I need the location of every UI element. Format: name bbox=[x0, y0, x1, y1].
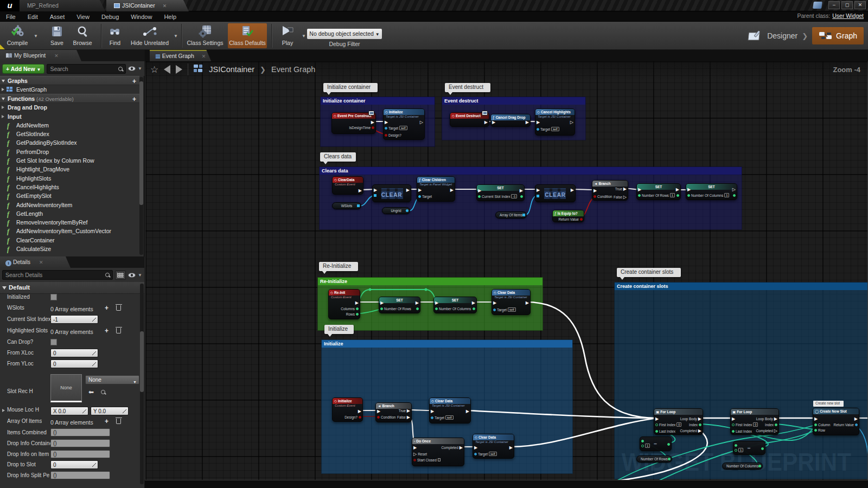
set-number-of-rows-1[interactable]: SET▶Number Of Rows1▶ bbox=[636, 183, 681, 200]
clear-data-reinit[interactable]: ◇Clear DataTarget is JSI Container▶Targe… bbox=[492, 289, 531, 315]
my-blueprint-close-icon[interactable]: ✕ bbox=[54, 53, 59, 59]
add-graph-icon[interactable]: + bbox=[132, 77, 136, 86]
struct-input[interactable]: () bbox=[50, 471, 110, 479]
event-pre-construct[interactable]: ◇Event Pre Construct▶IsDesignTime bbox=[331, 112, 376, 134]
function-highlightslots[interactable]: fHighlightSlots bbox=[0, 174, 139, 183]
clear-array-1[interactable]: CLEAR▶▶ bbox=[372, 184, 411, 202]
event-destruct-node[interactable]: ◇Event Destruct▶ bbox=[450, 112, 489, 127]
is-equip-to[interactable]: ƒIs Equip to?Return Value bbox=[552, 210, 584, 222]
details-search-input[interactable]: Search Details bbox=[2, 270, 113, 280]
graph-button[interactable]: Graph bbox=[812, 27, 864, 44]
branch-2[interactable]: ◄Branch▶ConditionTrue▶False▶ bbox=[375, 402, 412, 422]
initialize-node[interactable]: ◇InitializeTarget is JSI Container▶Targe… bbox=[383, 108, 425, 140]
menu-help[interactable]: Help bbox=[158, 12, 182, 22]
number-input[interactable]: 0 bbox=[50, 359, 98, 368]
ungrid-pill[interactable]: Ungrid bbox=[382, 207, 410, 214]
function-addnewinventoryitem-customvector[interactable]: fAddNewInventoryItem_CustomVector bbox=[0, 227, 139, 235]
maximize-button[interactable]: ◻ bbox=[841, 1, 853, 9]
create-new-slot[interactable]: ◯Create New Slot▶ColumnRow▶Return Value bbox=[813, 408, 859, 435]
add-function-icon[interactable]: + bbox=[132, 95, 136, 104]
x-input[interactable]: X 0.0 bbox=[50, 407, 88, 415]
number-input[interactable]: 0 bbox=[50, 460, 98, 469]
category-input[interactable]: Input bbox=[0, 112, 139, 121]
asset-dropdown[interactable]: None▼ bbox=[85, 375, 139, 384]
subtract-2[interactable]: −1 bbox=[733, 441, 765, 455]
set-current-slot-index[interactable]: SET▶Current Slot Index-1▶ bbox=[476, 184, 525, 201]
add-new-button[interactable]: + Add New ▼ bbox=[2, 64, 44, 74]
category-drag-and-drop[interactable]: Drag and Drop bbox=[0, 103, 139, 112]
details-scrollbar[interactable] bbox=[140, 331, 144, 392]
set-number-of-columns-1[interactable]: SET▶Number Of Columns1▷ bbox=[686, 183, 737, 200]
trash-icon[interactable] bbox=[116, 328, 121, 333]
menu-file[interactable]: File bbox=[0, 12, 22, 22]
function-calculatesize[interactable]: fCalculateSize bbox=[0, 245, 139, 253]
cancel-highlights[interactable]: ◇Cancel HighlightsTarget is JSI Containe… bbox=[535, 108, 575, 136]
eye-dropdown-icon[interactable]: ▼ bbox=[138, 66, 142, 71]
add-element-icon[interactable]: + bbox=[105, 326, 108, 335]
functions-section-header[interactable]: Functions (42 Overridable)+ bbox=[0, 94, 139, 103]
default-section-header[interactable]: Default bbox=[0, 282, 144, 294]
hide-unrelated-dropdown-icon[interactable]: ▼ bbox=[174, 34, 178, 38]
menu-debug[interactable]: Debug bbox=[95, 12, 125, 22]
find-button[interactable]: Find bbox=[104, 23, 126, 48]
save-button[interactable]: Save bbox=[47, 23, 67, 48]
compile-dropdown-icon[interactable]: ▼ bbox=[34, 34, 38, 38]
browse-button[interactable]: Browse bbox=[69, 23, 95, 48]
play-button[interactable]: Play bbox=[276, 23, 299, 48]
array-of-items-pill[interactable]: Array Of Items bbox=[495, 211, 527, 219]
set-number-of-columns-2[interactable]: SET▶Number Of Columns▶ bbox=[433, 297, 477, 313]
minimize-button[interactable]: – bbox=[828, 1, 840, 9]
details-tab[interactable]: i Details✕ bbox=[0, 256, 71, 268]
y-input[interactable]: Y 0.0 bbox=[91, 407, 129, 415]
do-once[interactable]: ▫Do Once▶▷ResetStart ClosedCompleted▶ bbox=[412, 438, 464, 466]
class-defaults-button[interactable]: Class Defaults bbox=[228, 23, 267, 48]
debug-object-dropdown[interactable]: No debug object selected ▼ bbox=[307, 29, 382, 39]
event-graph-tab[interactable]: ▦ Event Graph✕ bbox=[150, 50, 211, 61]
function-getlength[interactable]: fGetLength bbox=[0, 209, 139, 218]
wslots-pill[interactable]: WSlots bbox=[332, 202, 361, 209]
function-getslotindex[interactable]: fGetSlotIndex bbox=[0, 130, 139, 138]
for-loop-2[interactable]: ▣For Loop▶First Index0Last IndexLoop Bod… bbox=[730, 408, 779, 435]
function-cancelhighlights[interactable]: fCancelHighlights bbox=[0, 183, 139, 191]
event-graph-tab-close-icon[interactable]: ✕ bbox=[202, 54, 206, 59]
clear-data-init-1[interactable]: ◇Clear DataTarget is JSI Container▶Targe… bbox=[429, 397, 471, 423]
breadcrumb-current[interactable]: Event Graph bbox=[271, 65, 315, 74]
graph-canvas[interactable]: WIDGET BLUEPRINTInitialize containerInit… bbox=[145, 61, 868, 480]
designer-button[interactable]: Designer bbox=[748, 29, 797, 42]
visibility-eye-icon[interactable] bbox=[128, 66, 136, 71]
browse-asset-icon[interactable] bbox=[100, 389, 106, 395]
details-eye-icon[interactable] bbox=[128, 273, 136, 278]
use-selected-icon[interactable]: ⬅ bbox=[88, 388, 94, 396]
initialize-event[interactable]: ◇InitializeCustom Event▶Design? bbox=[332, 397, 363, 422]
nav-back-icon[interactable] bbox=[164, 65, 170, 74]
asset-thumbnail[interactable]: None bbox=[50, 374, 82, 402]
checkbox[interactable] bbox=[50, 294, 57, 300]
blueprint-search-input[interactable]: Search bbox=[47, 64, 126, 74]
clear-children[interactable]: ƒClear ChildrenTarget is Panel Widget▶Ta… bbox=[417, 176, 455, 202]
nav-forward-icon[interactable] bbox=[176, 65, 182, 74]
number-of-columns-pill[interactable]: Number Of Columns bbox=[722, 463, 763, 470]
function-clearcontainer[interactable]: fClearContainer bbox=[0, 236, 139, 245]
my-blueprint-tab[interactable]: My Blueprint✕ bbox=[0, 50, 81, 61]
favorite-star-icon[interactable]: ☆ bbox=[150, 64, 158, 75]
play-dropdown-icon[interactable]: ▼ bbox=[302, 34, 306, 38]
tab-close-icon[interactable]: ✕ bbox=[163, 3, 167, 9]
app-tab-mp-refined[interactable]: MP_Refined bbox=[20, 0, 105, 11]
function-removeinventoryitembyref[interactable]: fRemoveInventoryItemByRef bbox=[0, 218, 139, 227]
trash-icon[interactable] bbox=[116, 419, 121, 424]
number-of-rows-pill[interactable]: Number Of Rows bbox=[636, 455, 672, 463]
function-addnewitem[interactable]: fAddNewItem bbox=[0, 121, 139, 130]
trash-icon[interactable] bbox=[116, 305, 121, 311]
clear-data-init-2[interactable]: ◇Clear DataTarget is JSI Container▶Targe… bbox=[473, 434, 514, 459]
cleardata-event[interactable]: ◇ClearDataCustom Event▶ bbox=[332, 176, 363, 195]
struct-input[interactable]: () bbox=[50, 439, 110, 447]
struct-input[interactable]: () bbox=[50, 450, 110, 458]
number-input[interactable]: -1 bbox=[50, 315, 98, 324]
checkbox[interactable] bbox=[50, 339, 57, 345]
app-tab-jsicontainer[interactable]: JSIContainer✕ bbox=[106, 0, 189, 11]
menu-view[interactable]: View bbox=[71, 12, 95, 22]
function-getpaddingbyslotindex[interactable]: fGetPaddingBySlotIndex bbox=[0, 138, 139, 147]
menu-window[interactable]: Window bbox=[125, 12, 158, 22]
cancel-drag-drop[interactable]: ƒCancel Drag Drop▶▶ bbox=[490, 114, 531, 127]
graph-item-eventgraph[interactable]: EventGraph bbox=[0, 85, 139, 94]
